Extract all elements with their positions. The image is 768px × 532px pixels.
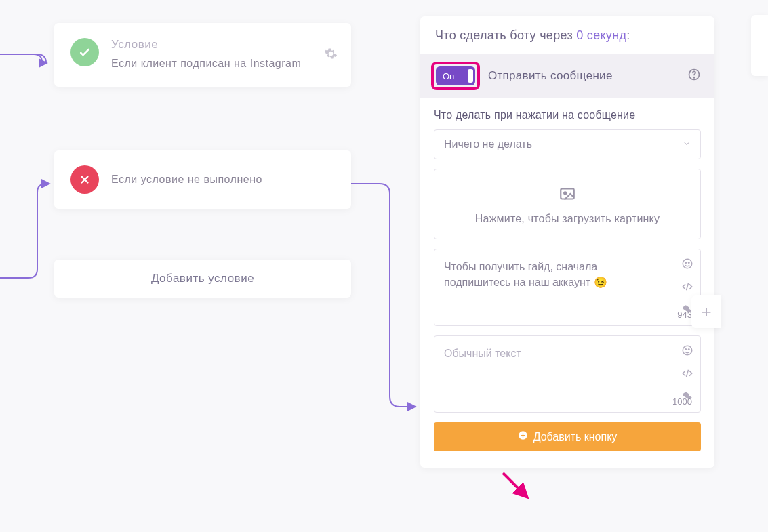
svg-point-9 xyxy=(689,349,690,350)
condition-title: Условие xyxy=(111,38,335,52)
svg-point-3 xyxy=(564,192,566,194)
upload-label: Нажмите, чтобы загрузить картинку xyxy=(441,213,693,225)
chevron-down-icon xyxy=(683,138,691,150)
condition-card-false[interactable]: Если условие не выполнено xyxy=(54,150,351,209)
plus-circle-icon xyxy=(518,430,528,443)
code-icon[interactable] xyxy=(681,367,693,382)
toggle-label: On xyxy=(443,71,454,81)
tap-action-label: Что делать при нажатии на сообщение xyxy=(434,109,701,121)
message-textarea-1[interactable]: Чтобы получить гайд, сначала подпишитесь… xyxy=(434,249,701,326)
add-condition-button[interactable]: Добавить условие xyxy=(54,260,351,298)
condition-description: Если клиент подписан на Instagram xyxy=(111,56,335,72)
svg-point-5 xyxy=(685,262,687,264)
char-counter-1: 943 xyxy=(677,310,692,320)
condition-false-description: Если условие не выполнено xyxy=(111,171,335,188)
code-icon[interactable] xyxy=(681,281,693,295)
delay-link[interactable]: 0 секунд xyxy=(576,28,626,42)
emoji-icon[interactable] xyxy=(681,258,693,272)
image-upload-box[interactable]: Нажмите, чтобы загрузить картинку xyxy=(434,169,701,239)
message-text-1: Чтобы получить гайд, сначала подпишитесь… xyxy=(444,259,666,304)
emoji-icon[interactable] xyxy=(681,344,693,359)
svg-point-4 xyxy=(683,259,692,268)
image-icon xyxy=(441,186,693,206)
toggle-knob xyxy=(468,69,473,83)
svg-point-7 xyxy=(683,346,692,355)
header-suffix: : xyxy=(626,28,630,42)
char-counter-2: 1000 xyxy=(672,396,692,407)
plus-icon: + xyxy=(701,302,711,323)
tap-action-select[interactable]: Ничего не делать xyxy=(434,129,701,159)
add-step-tab[interactable]: + xyxy=(691,295,721,328)
message-placeholder-2: Обычный текст xyxy=(444,346,666,390)
svg-point-8 xyxy=(685,349,687,350)
svg-point-6 xyxy=(689,262,690,264)
message-textarea-2[interactable]: Обычный текст 1000 xyxy=(434,335,701,413)
side-stub xyxy=(751,15,768,76)
svg-point-1 xyxy=(693,77,694,78)
svg-line-11 xyxy=(503,473,523,493)
gear-icon[interactable] xyxy=(324,47,338,63)
header-prefix: Что сделать боту через xyxy=(435,28,576,42)
add-button-label: Добавить кнопку xyxy=(533,431,618,443)
toggle-switch[interactable]: On xyxy=(436,66,475,85)
add-button-button[interactable]: Добавить кнопку xyxy=(434,422,701,451)
annotation-highlight: On xyxy=(431,62,480,90)
add-condition-label: Добавить условие xyxy=(151,272,254,285)
action-type-label: Отправить сообщение xyxy=(488,69,613,83)
panel-header: Что сделать боту через 0 секунд: xyxy=(420,16,714,54)
help-icon[interactable] xyxy=(687,68,701,84)
close-icon xyxy=(70,165,99,194)
check-icon xyxy=(70,38,99,66)
action-toggle-row: On Отправить сообщение xyxy=(420,54,714,98)
condition-card-true[interactable]: Условие Если клиент подписан на Instagra… xyxy=(54,23,351,87)
annotation-arrow xyxy=(500,470,530,500)
action-panel: Что сделать боту через 0 секунд: On Отпр… xyxy=(420,16,714,468)
tap-action-value: Ничего не делать xyxy=(444,138,532,150)
